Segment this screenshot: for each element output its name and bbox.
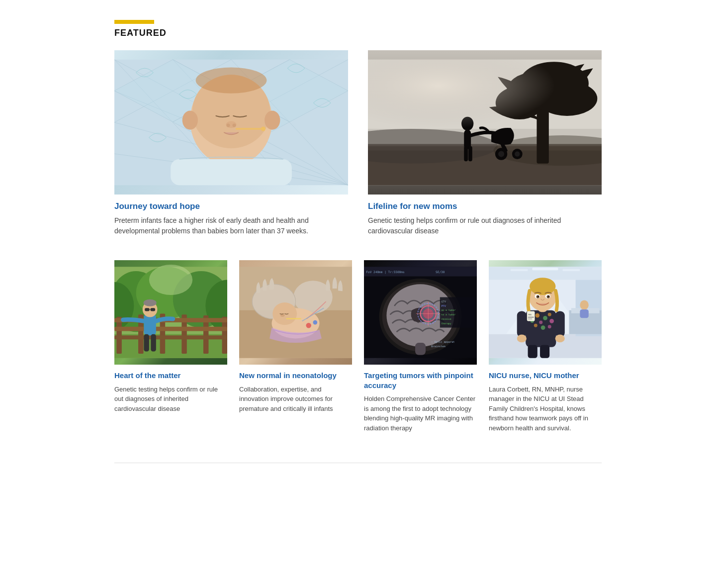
svg-point-114 bbox=[535, 313, 539, 318]
svg-rect-74 bbox=[286, 318, 301, 319]
svg-point-119 bbox=[534, 324, 537, 327]
svg-point-121 bbox=[548, 325, 551, 328]
page-divider bbox=[114, 463, 602, 463]
svg-text:SE/30: SE/30 bbox=[436, 270, 445, 274]
svg-point-19 bbox=[196, 67, 267, 93]
svg-text:— Optic apparat: — Optic apparat bbox=[431, 340, 454, 344]
card-image-mom bbox=[368, 50, 602, 195]
svg-point-14 bbox=[233, 124, 236, 127]
svg-point-13 bbox=[226, 124, 230, 127]
featured-card-neonatology[interactable]: New normal in neonatology Collaboration,… bbox=[239, 260, 352, 433]
svg-point-73 bbox=[280, 314, 285, 316]
svg-text:PTV: PTV bbox=[441, 304, 446, 307]
card-image-neonatal bbox=[239, 260, 352, 365]
svg-point-115 bbox=[539, 321, 542, 324]
svg-text:therapy: therapy bbox=[441, 322, 451, 325]
card-image-brain-scan: FoV 240mm | Tr:5500ms SE/30 bbox=[364, 260, 477, 365]
svg-point-117 bbox=[548, 313, 551, 316]
svg-rect-18 bbox=[262, 127, 265, 131]
card-title-neonatology[interactable]: New normal in neonatology bbox=[239, 371, 352, 381]
featured-card-heart[interactable]: Heart of the matter Genetic testing help… bbox=[114, 260, 227, 433]
card-desc-lifeline: Genetic testing helps confirm or rule ou… bbox=[368, 215, 602, 236]
svg-point-125 bbox=[555, 335, 565, 343]
svg-rect-34 bbox=[464, 146, 468, 161]
svg-point-39 bbox=[515, 151, 520, 156]
card-title-tumors[interactable]: Targeting tumors with pinpoint accuracy bbox=[364, 371, 477, 390]
featured-card-lifeline[interactable]: Lifeline for new moms Genetic testing he… bbox=[368, 50, 602, 236]
card-title-lifeline[interactable]: Lifeline for new moms bbox=[368, 201, 602, 211]
svg-text:FoV 240mm | Tr:5500ms: FoV 240mm | Tr:5500ms bbox=[366, 270, 405, 274]
featured-accent-bar bbox=[114, 20, 154, 24]
card-desc-tumors: Holden Comprehensive Cancer Center is am… bbox=[364, 394, 477, 433]
svg-text:receive: receive bbox=[441, 318, 451, 320]
svg-rect-35 bbox=[468, 146, 472, 161]
svg-rect-138 bbox=[528, 318, 533, 319]
featured-header: FEATURED bbox=[114, 20, 602, 38]
svg-rect-107 bbox=[580, 309, 588, 318]
svg-rect-137 bbox=[528, 317, 534, 318]
svg-point-120 bbox=[541, 325, 545, 330]
svg-point-76 bbox=[313, 320, 317, 325]
featured-card-journey[interactable]: Journey toward hope Preterm infants face… bbox=[114, 50, 348, 236]
svg-rect-109 bbox=[511, 269, 528, 271]
svg-rect-65 bbox=[151, 334, 156, 352]
card-image-baby bbox=[114, 50, 348, 195]
card-title-heart[interactable]: Heart of the matter bbox=[114, 371, 227, 381]
svg-point-37 bbox=[498, 151, 504, 157]
svg-rect-99 bbox=[415, 343, 426, 355]
card-desc-journey: Preterm infants face a higher risk of ea… bbox=[114, 215, 348, 236]
svg-rect-64 bbox=[144, 334, 149, 352]
page-container: FEATURED bbox=[85, 0, 631, 493]
svg-rect-108 bbox=[532, 268, 558, 270]
svg-text:Brainstem: Brainstem bbox=[431, 345, 445, 348]
svg-point-106 bbox=[580, 300, 588, 310]
svg-rect-40 bbox=[368, 60, 602, 146]
featured-title: FEATURED bbox=[114, 28, 602, 38]
svg-point-15 bbox=[182, 111, 198, 130]
card-desc-heart: Genetic testing helps confirm or rule ou… bbox=[114, 385, 227, 414]
svg-rect-62 bbox=[150, 308, 155, 311]
svg-point-124 bbox=[517, 335, 527, 343]
svg-point-134 bbox=[548, 295, 549, 297]
svg-rect-123 bbox=[555, 311, 565, 337]
svg-text:as a tumor: as a tumor bbox=[441, 309, 455, 311]
svg-text:RN: RN bbox=[528, 313, 531, 316]
svg-rect-56 bbox=[114, 327, 227, 331]
svg-rect-122 bbox=[517, 311, 527, 337]
svg-rect-135 bbox=[527, 311, 535, 321]
featured-card-tumors[interactable]: FoV 240mm | Tr:5500ms SE/30 bbox=[364, 260, 477, 433]
svg-point-47 bbox=[149, 265, 192, 295]
svg-point-118 bbox=[549, 319, 554, 323]
featured-card-nurse[interactable]: RN NICU nurse, NICU mother Laura Corbett… bbox=[489, 260, 602, 433]
svg-rect-20 bbox=[171, 159, 292, 185]
svg-rect-57 bbox=[114, 335, 227, 339]
svg-point-116 bbox=[543, 316, 547, 320]
featured-bottom-row: Heart of the matter Genetic testing help… bbox=[114, 260, 602, 433]
svg-point-60 bbox=[143, 299, 156, 306]
svg-point-133 bbox=[537, 295, 539, 297]
featured-top-row: Journey toward hope Preterm infants face… bbox=[114, 50, 602, 236]
svg-point-16 bbox=[265, 111, 280, 130]
svg-rect-140 bbox=[540, 345, 549, 358]
svg-text:GTV: GTV bbox=[441, 300, 446, 303]
svg-point-128 bbox=[530, 278, 555, 295]
card-image-man-fence bbox=[114, 260, 227, 365]
svg-rect-61 bbox=[145, 308, 150, 311]
card-desc-neonatology: Collaboration, expertise, and innovation… bbox=[239, 385, 352, 414]
svg-point-75 bbox=[306, 323, 311, 328]
svg-rect-139 bbox=[528, 345, 537, 358]
card-title-journey[interactable]: Journey toward hope bbox=[114, 201, 348, 211]
svg-text:to a tumor: to a tumor bbox=[441, 313, 455, 316]
svg-rect-110 bbox=[562, 269, 580, 271]
card-image-nurse: RN bbox=[489, 260, 602, 365]
card-desc-nurse: Laura Corbett, RN, MNHP, nurse manager i… bbox=[489, 385, 602, 433]
card-title-nurse[interactable]: NICU nurse, NICU mother bbox=[489, 371, 602, 381]
svg-rect-17 bbox=[236, 128, 266, 129]
